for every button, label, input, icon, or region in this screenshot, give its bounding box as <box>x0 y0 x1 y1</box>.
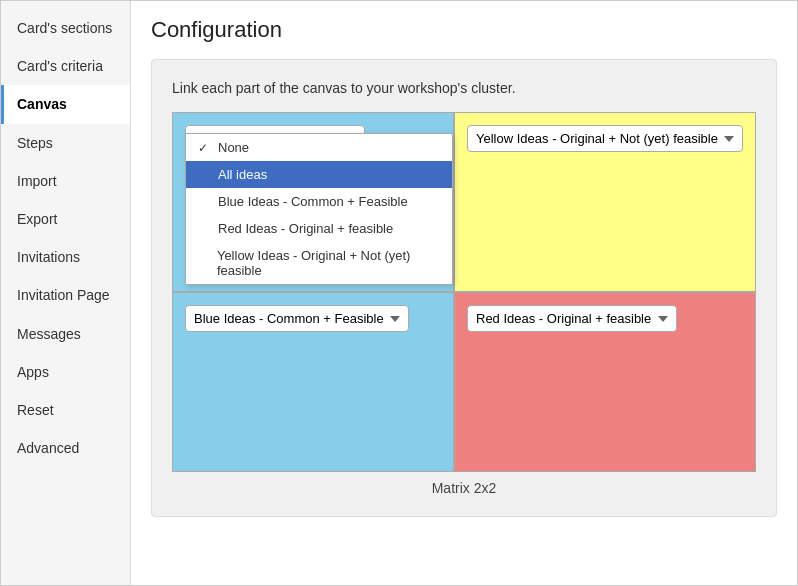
sidebar-item-cards-criteria[interactable]: Card's criteria <box>1 47 130 85</box>
sidebar: Card's sections Card's criteria Canvas S… <box>1 1 131 585</box>
sidebar-item-cards-sections[interactable]: Card's sections <box>1 9 130 47</box>
main-content: Configuration Link each part of the canv… <box>131 1 797 585</box>
cell-top-right: Yellow Ideas - Original + Not (yet) feas… <box>454 112 756 292</box>
cell-top-left: All ideas ✓ None All ideas <box>172 112 454 292</box>
sidebar-item-export[interactable]: Export <box>1 200 130 238</box>
page-title: Configuration <box>151 17 777 43</box>
dropdown-option-red-ideas[interactable]: Red Ideas - Original + feasible <box>186 215 452 242</box>
cell-bottom-left: Blue Ideas - Common + Feasible <box>172 292 454 472</box>
sidebar-item-steps[interactable]: Steps <box>1 124 130 162</box>
dropdown-option-blue-ideas[interactable]: Blue Ideas - Common + Feasible <box>186 188 452 215</box>
checkmark-none: ✓ <box>198 141 212 155</box>
matrix-wrapper: All ideas ✓ None All ideas <box>172 112 756 496</box>
sidebar-item-apps[interactable]: Apps <box>1 353 130 391</box>
sidebar-item-import[interactable]: Import <box>1 162 130 200</box>
sidebar-item-invitations[interactable]: Invitations <box>1 238 130 276</box>
top-right-select[interactable]: Yellow Ideas - Original + Not (yet) feas… <box>467 125 743 152</box>
dropdown-option-none[interactable]: ✓ None <box>186 134 452 161</box>
sidebar-item-invitation-page[interactable]: Invitation Page <box>1 276 130 314</box>
config-instruction: Link each part of the canvas to your wor… <box>172 80 756 96</box>
dropdown-option-yellow-ideas[interactable]: Yellow Ideas - Original + Not (yet) feas… <box>186 242 452 284</box>
dropdown-option-all-ideas[interactable]: All ideas <box>186 161 452 188</box>
dropdown-overlay: ✓ None All ideas Blue Ideas - Common + F… <box>185 133 453 285</box>
config-card: Link each part of the canvas to your wor… <box>151 59 777 517</box>
bottom-right-select[interactable]: Red Ideas - Original + feasible <box>467 305 677 332</box>
sidebar-item-messages[interactable]: Messages <box>1 315 130 353</box>
matrix-grid: All ideas ✓ None All ideas <box>172 112 756 472</box>
matrix-label: Matrix 2x2 <box>172 480 756 496</box>
cell-bottom-right: Red Ideas - Original + feasible <box>454 292 756 472</box>
sidebar-item-canvas[interactable]: Canvas <box>1 85 130 123</box>
sidebar-item-reset[interactable]: Reset <box>1 391 130 429</box>
bottom-left-select[interactable]: Blue Ideas - Common + Feasible <box>185 305 409 332</box>
sidebar-item-advanced[interactable]: Advanced <box>1 429 130 467</box>
